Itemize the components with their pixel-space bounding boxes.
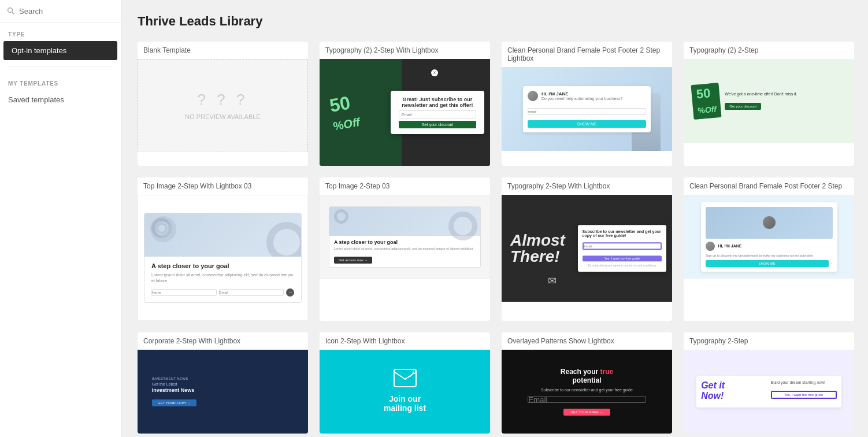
no-preview-text: NO PREVIEW AVAILABLE [185, 113, 260, 120]
template-corporate-lightbox-label: Corporate 2-Step With Lightbox [138, 332, 308, 350]
template-typography-2step-b[interactable]: Typography 2-Step Get itNow! Build your … [684, 332, 854, 434]
template-clean-personal-brand-2step-label: Clean Personal Brand Female Post Footer … [684, 177, 854, 195]
template-icon2step-lightbox-label: Icon 2-Step With Lightbox [320, 332, 490, 350]
template-typography2-step[interactable]: Typography (2) 2-Step 50%Off We've got a… [684, 42, 854, 166]
template-corporate-lightbox[interactable]: Corporate 2-Step With Lightbox INVESTMEN… [138, 332, 308, 434]
template-overlay-patterns[interactable]: Overlayed Patterns Show Lightbox Reach y… [502, 332, 672, 434]
templates-grid: Blank Template ? ? ? NO PREVIEW AVAILABL… [138, 42, 854, 437]
search-icon [7, 7, 14, 16]
template-top-image-lightbox-03-label: Top Image 2-Step With Lightbox 03 [138, 177, 308, 195]
template-typography2-step-label: Typography (2) 2-Step [684, 42, 854, 59]
template-top-image-lightbox-03[interactable]: Top Image 2-Step With Lightbox 03 A step… [138, 177, 308, 321]
template-typography2-lightbox-label: Typography (2) 2-Step With Lightbox [320, 42, 490, 59]
template-typography-2step-b-thumb: Get itNow! Build your dream starting now… [684, 350, 854, 434]
template-typography2-lightbox[interactable]: Typography (2) 2-Step With Lightbox 50%O… [320, 42, 490, 166]
template-blank[interactable]: Blank Template ? ? ? NO PREVIEW AVAILABL… [138, 42, 308, 166]
template-blank-label: Blank Template [138, 42, 308, 59]
template-typography-lightbox-label: Typography 2-Step With Lightbox [502, 177, 672, 195]
female-card: HI, I'M JANE Do you need help automating… [523, 86, 651, 132]
template-top-image-03-thumb: A step closer to your goal Lorem ipsum d… [320, 195, 490, 279]
sidebar-divider [8, 66, 113, 66]
search-bar[interactable]: × [0, 0, 121, 23]
template-icon2step-lightbox[interactable]: Icon 2-Step With Lightbox Join ourma [320, 332, 490, 434]
sidebar-item-saved-templates[interactable]: Saved templates [0, 90, 121, 109]
question-marks: ? ? ? [198, 91, 248, 109]
template-clean-personal-brand-2step[interactable]: Clean Personal Brand Female Post Footer … [684, 177, 854, 321]
email-icon [384, 369, 426, 391]
template-typography-lightbox-thumb: AlmostThere! ✉ Subscribe to our newslett… [502, 195, 672, 302]
template-typography2-lightbox-thumb: 50%Off Great! Just subscribe to our news… [320, 59, 490, 166]
template-typography2-step-thumb: 50%Off We've got a one-time offer! Don't… [684, 59, 854, 143]
template-clean-personal-brand-lightbox[interactable]: Clean Personal Brand Female Post Footer … [502, 42, 672, 166]
type-section-label: TYPE [0, 23, 121, 41]
search-input[interactable] [19, 7, 116, 16]
my-templates-label: MY TEMPLATES [0, 72, 121, 90]
template-corporate-lightbox-thumb: INVESTMENT NEWS Get the Latest Investmen… [138, 350, 308, 434]
lightbox-popup: Great! Just subscribe to our newsletter … [391, 91, 484, 134]
template-typography-2step-b-label: Typography 2-Step [684, 332, 854, 350]
template-clean-personal-brand-2step-thumb: HI, I'M JANE Sign up to discover my favo… [684, 195, 854, 279]
template-typography-lightbox[interactable]: Typography 2-Step With Lightbox AlmostTh… [502, 177, 672, 321]
sidebar-item-optin[interactable]: Opt-in templates [3, 41, 117, 60]
almost-there-popup: Subscribe to our newsletter and get your… [578, 225, 666, 272]
sidebar: × TYPE Opt-in templates MY TEMPLATES Sav… [0, 0, 121, 437]
template-top-image-lightbox-03-thumb: A step closer to your goal Lorem ipsum d… [138, 195, 308, 321]
svg-point-0 [8, 8, 13, 12]
template-blank-thumb: ? ? ? NO PREVIEW AVAILABLE [138, 59, 308, 151]
template-top-image-03-label: Top Image 2-Step 03 [320, 177, 490, 195]
page-title: Thrive Leads Library [138, 14, 854, 29]
template-clean-personal-brand-lightbox-label: Clean Personal Brand Female Post Footer … [502, 42, 672, 67]
template-clean-personal-brand-lightbox-thumb: HI, I'M JANE Do you need help automating… [502, 67, 672, 151]
template-overlay-patterns-thumb: Reach your truepotential Subscribe to ou… [502, 350, 672, 434]
svg-line-1 [12, 12, 14, 14]
template-icon2step-lightbox-thumb: Join ourmailing list [320, 350, 490, 434]
template-overlay-patterns-label: Overlayed Patterns Show Lightbox [502, 332, 672, 350]
template-top-image-03[interactable]: Top Image 2-Step 03 A step closer to you… [320, 177, 490, 321]
main-content: Thrive Leads Library Blank Template ? ? … [121, 0, 868, 437]
popup-close: ✕ [431, 69, 438, 76]
